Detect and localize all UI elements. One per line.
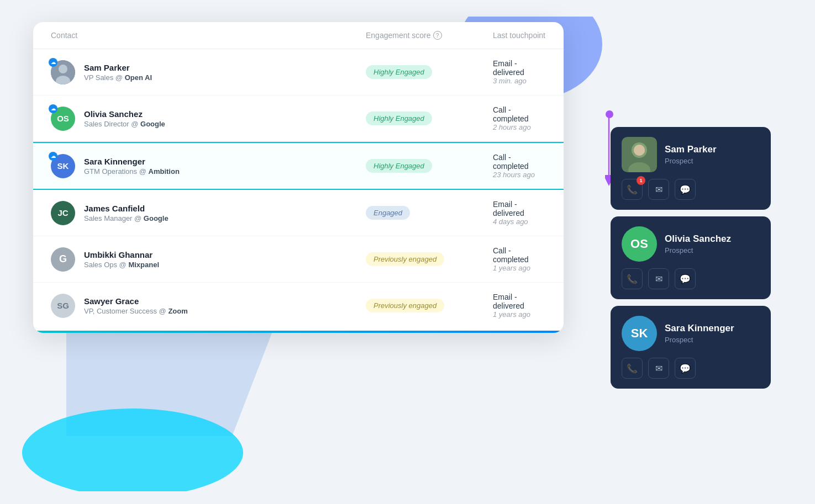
touchpoint-time: 1 years ago (493, 264, 546, 272)
avatar-wrapper: JC (51, 201, 75, 225)
contact-role: Sales Director @ Google (84, 120, 165, 128)
avatar-wrapper: ☁ (51, 60, 75, 84)
phone-icon: 📞 (627, 184, 638, 195)
contact-info: Olivia Sanchez Sales Director @ Google (84, 109, 165, 128)
avatar-wrapper: SK ☁ (51, 154, 75, 178)
contact-name: Sara Kinnenger (84, 157, 180, 166)
salesforce-badge: ☁ (49, 152, 57, 161)
card-actions: 📞 ✉ 💬 (622, 268, 760, 289)
contact-role: Sales Ops @ Mixpanel (84, 261, 159, 269)
card-avatar: OS (622, 226, 657, 262)
touchpoint-action: Email - delivered (493, 293, 546, 310)
engagement-badge: Highly Engaged (366, 159, 432, 173)
card-info: Sara Kinnenger Prospect (665, 323, 734, 344)
avatar: JC (51, 201, 75, 225)
email-button[interactable]: ✉ (648, 268, 669, 289)
contact-cell: G Umbikki Ghannar Sales Ops @ Mixpanel (51, 247, 366, 272)
table-row[interactable]: OS ☁ Olivia Sanchez Sales Director @ Goo… (33, 96, 564, 142)
email-icon: ✉ (655, 274, 662, 284)
table-header: Contact Engagement score ? Last touchpoi… (33, 22, 564, 49)
table-row[interactable]: SK ☁ Sara Kinnenger GTM Operations @ Amb… (33, 142, 564, 190)
profile-card: Sam Parker Prospect 📞 1 ✉ 💬 (611, 127, 771, 210)
bottom-accent (33, 331, 564, 333)
contact-info: Sawyer Grace VP, Customer Success @ Zoom (84, 296, 188, 315)
engagement-cell: Highly Engaged (366, 112, 493, 125)
touchpoint-col-header: Last touchpoint (493, 31, 546, 40)
touchpoint-time: 3 min. ago (493, 77, 546, 85)
engagement-badge: Previously engaged (366, 299, 444, 312)
contact-info: Sam Parker VP Sales @ Open AI (84, 63, 152, 82)
salesforce-icon: ☁ (51, 60, 56, 65)
contact-cell: OS ☁ Olivia Sanchez Sales Director @ Goo… (51, 107, 366, 131)
card-header: OS Olivia Sanchez Prospect (622, 226, 760, 262)
touchpoint-time: 1 years ago (493, 310, 546, 319)
avatar-wrapper: G (51, 247, 75, 272)
contact-info: Sara Kinnenger GTM Operations @ Ambition (84, 157, 180, 176)
card-header: Sam Parker Prospect (622, 137, 760, 172)
engagement-info-icon[interactable]: ? (433, 31, 442, 40)
touchpoint-cell: Email - delivered 3 min. ago (493, 59, 546, 85)
profile-card: OS Olivia Sanchez Prospect 📞 ✉ 💬 (611, 216, 771, 299)
engagement-cell: Highly Engaged (366, 65, 493, 79)
phone-button[interactable]: 📞 (622, 358, 643, 379)
message-icon: 💬 (680, 274, 691, 284)
message-button[interactable]: 💬 (675, 268, 696, 289)
notification-badge: 1 (637, 176, 645, 185)
engagement-badge: Engaged (366, 206, 410, 220)
contact-name: Sawyer Grace (84, 296, 188, 306)
table-row[interactable]: JC James Canfield Sales Manager @ Google… (33, 190, 564, 236)
touchpoint-cell: Call - completed 23 hours ago (493, 153, 546, 179)
engagement-badge: Previously engaged (366, 252, 444, 266)
contact-cell: SK ☁ Sara Kinnenger GTM Operations @ Amb… (51, 154, 366, 178)
salesforce-badge: ☁ (49, 58, 57, 67)
card-role: Prospect (665, 157, 717, 165)
phone-button[interactable]: 📞 1 (622, 179, 643, 200)
card-name: Sara Kinnenger (665, 323, 734, 334)
svg-point-9 (634, 145, 645, 156)
contact-cell: ☁ Sam Parker VP Sales @ Open AI (51, 60, 366, 84)
engagement-col-header: Engagement score ? (366, 31, 493, 40)
email-icon: ✉ (655, 184, 662, 195)
card-name: Olivia Sanchez (665, 234, 731, 245)
card-avatar: SK (622, 316, 657, 351)
card-header: SK Sara Kinnenger Prospect (622, 316, 760, 351)
touchpoint-action: Email - delivered (493, 200, 546, 217)
card-info: Sam Parker Prospect (665, 144, 717, 165)
message-icon: 💬 (680, 363, 691, 374)
phone-icon: 📞 (627, 363, 638, 374)
connector-dot (606, 110, 613, 118)
card-role: Prospect (665, 246, 731, 254)
touchpoint-cell: Call - completed 1 years ago (493, 246, 546, 272)
engagement-cell: Engaged (366, 206, 493, 220)
email-button[interactable]: ✉ (648, 358, 669, 379)
contact-info: James Canfield Sales Manager @ Google (84, 204, 169, 222)
table-container: Contact Engagement score ? Last touchpoi… (33, 22, 564, 333)
table-row[interactable]: ☁ Sam Parker VP Sales @ Open AI Highly E… (33, 49, 564, 96)
profile-card: SK Sara Kinnenger Prospect 📞 ✉ 💬 (611, 306, 771, 389)
table-row[interactable]: G Umbikki Ghannar Sales Ops @ Mixpanel P… (33, 236, 564, 283)
engagement-badge: Highly Engaged (366, 112, 432, 125)
salesforce-icon: ☁ (51, 106, 56, 112)
contact-name: James Canfield (84, 204, 169, 213)
contact-role: Sales Manager @ Google (84, 214, 169, 222)
contact-role: VP Sales @ Open AI (84, 73, 152, 82)
card-role: Prospect (665, 336, 734, 344)
avatar-wrapper: SG (51, 294, 75, 318)
table-row[interactable]: SG Sawyer Grace VP, Customer Success @ Z… (33, 283, 564, 328)
avatar-wrapper: OS ☁ (51, 107, 75, 131)
phone-button[interactable]: 📞 (622, 268, 643, 289)
message-button[interactable]: 💬 (675, 358, 696, 379)
card-avatar (622, 137, 657, 172)
touchpoint-time: 4 days ago (493, 217, 546, 226)
email-icon: ✉ (655, 363, 662, 374)
contact-name: Umbikki Ghannar (84, 250, 159, 259)
touchpoint-cell: Email - delivered 1 years ago (493, 293, 546, 319)
card-actions: 📞 ✉ 💬 (622, 358, 760, 379)
message-button[interactable]: 💬 (675, 179, 696, 200)
contact-cell: JC James Canfield Sales Manager @ Google (51, 201, 366, 225)
engagement-badge: Highly Engaged (366, 65, 432, 79)
touchpoint-action: Call - completed (493, 153, 546, 171)
card-name: Sam Parker (665, 144, 717, 155)
contact-info: Umbikki Ghannar Sales Ops @ Mixpanel (84, 250, 159, 269)
email-button[interactable]: ✉ (648, 179, 669, 200)
